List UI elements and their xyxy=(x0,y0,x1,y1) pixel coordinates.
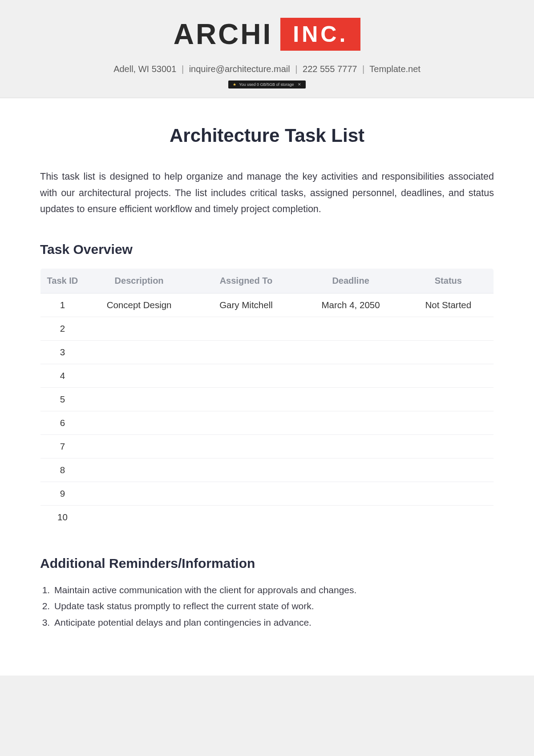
cell-deadline xyxy=(299,434,403,458)
cell-deadline xyxy=(299,387,403,411)
cell-description xyxy=(85,387,194,411)
cell-id: 1 xyxy=(40,293,85,317)
cell-description xyxy=(85,317,194,340)
cell-description xyxy=(85,434,194,458)
cell-assigned xyxy=(194,505,298,529)
task-table: Task ID Description Assigned To Deadline… xyxy=(40,268,494,529)
cell-deadline xyxy=(299,505,403,529)
intro-paragraph: This task list is designed to help organ… xyxy=(40,169,494,217)
cell-status xyxy=(403,340,494,364)
star-icon: ★ xyxy=(233,82,236,87)
table-row: 1Concept DesignGary MitchellMarch 4, 205… xyxy=(40,293,494,317)
cell-deadline xyxy=(299,340,403,364)
close-icon[interactable]: ✕ xyxy=(298,82,301,87)
cell-status xyxy=(403,434,494,458)
separator: | xyxy=(362,64,364,74)
contact-source: Template.net xyxy=(369,64,421,74)
cell-id: 6 xyxy=(40,411,85,434)
cell-status xyxy=(403,482,494,505)
cell-status xyxy=(403,505,494,529)
table-row: 4 xyxy=(40,364,494,387)
reminders-list: Maintain active communication with the c… xyxy=(40,582,494,631)
header-banner: ARCHI INC. Adell, WI 53001 | inquire@arc… xyxy=(0,0,534,98)
cell-description xyxy=(85,364,194,387)
cell-id: 5 xyxy=(40,387,85,411)
reminder-item: Anticipate potential delays and plan con… xyxy=(53,615,494,631)
cell-id: 4 xyxy=(40,364,85,387)
cell-status xyxy=(403,458,494,482)
cell-description: Concept Design xyxy=(85,293,194,317)
logo-box-text: INC. xyxy=(280,18,360,51)
cell-deadline xyxy=(299,364,403,387)
table-header-row: Task ID Description Assigned To Deadline… xyxy=(40,268,494,293)
cell-id: 2 xyxy=(40,317,85,340)
storage-text: You used 0 GB/5GB of storage xyxy=(239,82,294,87)
table-row: 10 xyxy=(40,505,494,529)
table-row: 7 xyxy=(40,434,494,458)
cell-id: 8 xyxy=(40,458,85,482)
cell-assigned xyxy=(194,482,298,505)
table-row: 8 xyxy=(40,458,494,482)
cell-id: 10 xyxy=(40,505,85,529)
table-row: 5 xyxy=(40,387,494,411)
separator: | xyxy=(295,64,297,74)
contact-email: inquire@architecture.mail xyxy=(189,64,290,74)
cell-assigned xyxy=(194,458,298,482)
storage-notice-pill[interactable]: ★ You used 0 GB/5GB of storage ✕ xyxy=(228,80,306,88)
cell-status xyxy=(403,317,494,340)
cell-deadline xyxy=(299,458,403,482)
cell-id: 3 xyxy=(40,340,85,364)
col-header-assigned: Assigned To xyxy=(194,268,298,293)
cell-deadline xyxy=(299,482,403,505)
page-title: Architecture Task List xyxy=(40,125,494,146)
col-header-deadline: Deadline xyxy=(299,268,403,293)
cell-deadline: March 4, 2050 xyxy=(299,293,403,317)
cell-description xyxy=(85,458,194,482)
cell-deadline xyxy=(299,411,403,434)
cell-status xyxy=(403,364,494,387)
table-row: 6 xyxy=(40,411,494,434)
cell-status xyxy=(403,411,494,434)
col-header-id: Task ID xyxy=(40,268,85,293)
task-overview-heading: Task Overview xyxy=(40,242,494,257)
contact-phone: 222 555 7777 xyxy=(303,64,357,74)
cell-assigned: Gary Mitchell xyxy=(194,293,298,317)
logo: ARCHI INC. xyxy=(174,18,361,51)
cell-deadline xyxy=(299,317,403,340)
table-row: 2 xyxy=(40,317,494,340)
cell-id: 9 xyxy=(40,482,85,505)
col-header-description: Description xyxy=(85,268,194,293)
cell-status xyxy=(403,387,494,411)
table-row: 3 xyxy=(40,340,494,364)
cell-description xyxy=(85,340,194,364)
cell-assigned xyxy=(194,411,298,434)
cell-assigned xyxy=(194,387,298,411)
cell-description xyxy=(85,482,194,505)
col-header-status: Status xyxy=(403,268,494,293)
cell-assigned xyxy=(194,434,298,458)
contact-address: Adell, WI 53001 xyxy=(113,64,176,74)
cell-status: Not Started xyxy=(403,293,494,317)
separator: | xyxy=(182,64,184,74)
logo-main-text: ARCHI xyxy=(174,18,273,51)
reminders-heading: Additional Reminders/Information xyxy=(40,556,494,571)
cell-description xyxy=(85,505,194,529)
table-row: 9 xyxy=(40,482,494,505)
cell-id: 7 xyxy=(40,434,85,458)
cell-assigned xyxy=(194,340,298,364)
reminder-item: Update task status promptly to reflect t… xyxy=(53,598,494,615)
contact-line: Adell, WI 53001 | inquire@architecture.m… xyxy=(9,64,525,74)
cell-assigned xyxy=(194,364,298,387)
reminder-item: Maintain active communication with the c… xyxy=(53,582,494,599)
cell-assigned xyxy=(194,317,298,340)
cell-description xyxy=(85,411,194,434)
document-body: Architecture Task List This task list is… xyxy=(0,98,534,676)
